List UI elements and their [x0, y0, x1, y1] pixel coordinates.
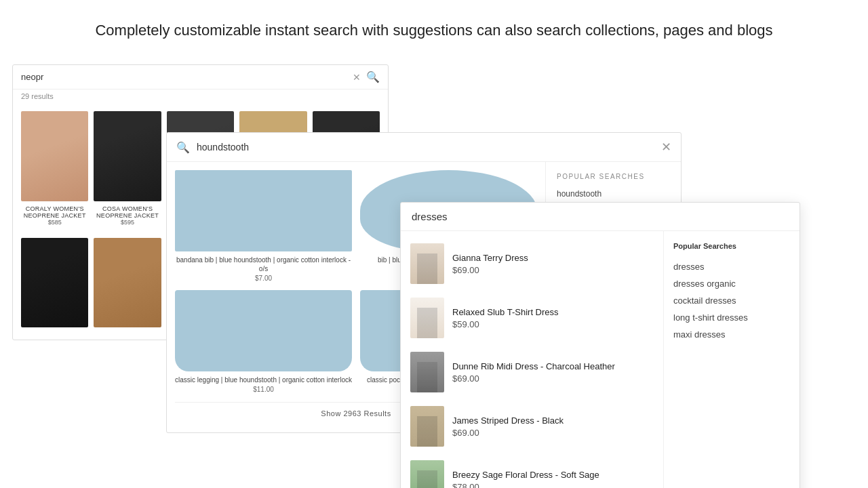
front-product-price-5: $78.00 [452, 482, 654, 489]
mid-search-icon: 🔍 [176, 141, 190, 154]
bg-product-name-2: COSA WOMEN'S NEOPRENE JACKET [94, 205, 161, 219]
bg-search-icon: 🔍 [366, 70, 380, 83]
front-product-row-4[interactable]: James Striped Dress - Black $69.00 [401, 399, 663, 453]
front-product-price-3: $69.00 [452, 373, 654, 384]
page-heading: Completely customizable instant search w… [0, 0, 868, 55]
front-popular-item-2[interactable]: dresses organic [673, 275, 790, 292]
bg-search-input-display: neopr [21, 72, 347, 82]
mid-product-card-3[interactable]: classic legging | blue houndstooth | org… [175, 290, 352, 402]
mid-product-name-3: classic legging | blue houndstooth | org… [175, 375, 352, 384]
front-search-bar [401, 203, 800, 231]
front-search-widget: Gianna Terry Dress $69.00 Relaxed Slub T… [400, 202, 800, 488]
front-product-row-1[interactable]: Gianna Terry Dress $69.00 [401, 237, 663, 291]
bg-product-img-6 [21, 238, 88, 328]
mid-product-img-1 [175, 170, 352, 251]
front-product-thumb-1 [410, 243, 444, 284]
mid-popular-item-1[interactable]: houndstooth [557, 187, 670, 201]
front-popular-item-3[interactable]: cocktail dresses [673, 292, 790, 309]
front-product-list: Gianna Terry Dress $69.00 Relaxed Slub T… [401, 231, 664, 488]
mid-search-bar: 🔍 ✕ [167, 133, 681, 162]
front-product-name-5: Breezy Sage Floral Dress - Soft Sage [452, 470, 654, 480]
front-product-thumb-3 [410, 352, 444, 392]
mid-search-input[interactable] [197, 142, 654, 152]
front-popular-searches: Popular Searches dresses dresses organic… [664, 231, 800, 488]
mid-product-price-3: $11.00 [175, 386, 352, 393]
front-popular-item-4[interactable]: long t-shirt dresses [673, 309, 790, 326]
front-product-info-4: James Striped Dress - Black $69.00 [452, 415, 654, 438]
front-product-price-4: $69.00 [452, 428, 654, 438]
front-product-name-3: Dunne Rib Midi Dress - Charcoal Heather [452, 361, 654, 371]
front-product-thumb-4 [410, 406, 444, 447]
front-popular-item-1[interactable]: dresses [673, 258, 790, 275]
bg-product-price-1: $585 [21, 219, 88, 226]
mid-close-icon[interactable]: ✕ [661, 140, 671, 155]
front-content: Gianna Terry Dress $69.00 Relaxed Slub T… [401, 231, 800, 488]
mid-product-name-1: bandana bib | blue houndstooth | organic… [175, 256, 352, 273]
bg-product-2: COSA WOMEN'S NEOPRENE JACKET $595 [91, 108, 163, 235]
bg-product-1: CORALY WOMEN'S NEOPRENE JACKET $585 [18, 108, 91, 235]
front-product-price-2: $59.00 [452, 319, 654, 329]
front-popular-title: Popular Searches [673, 242, 790, 250]
front-product-thumb-2 [410, 298, 444, 338]
front-product-row-5[interactable]: Breezy Sage Floral Dress - Soft Sage $78… [401, 453, 663, 488]
mid-product-card-1[interactable]: bandana bib | blue houndstooth | organic… [175, 170, 352, 282]
front-product-thumb-5 [410, 460, 444, 488]
front-product-row-3[interactable]: Dunne Rib Midi Dress - Charcoal Heather … [401, 345, 663, 399]
front-product-row-2[interactable]: Relaxed Slub T-Shirt Dress $59.00 [401, 291, 663, 345]
front-product-info-5: Breezy Sage Floral Dress - Soft Sage $78… [452, 470, 654, 489]
bg-clear-icon: ✕ [353, 72, 361, 83]
front-product-info-1: Gianna Terry Dress $69.00 [452, 253, 654, 275]
front-product-info-2: Relaxed Slub T-Shirt Dress $59.00 [452, 307, 654, 329]
bg-product-6 [18, 235, 91, 335]
front-product-info-3: Dunne Rib Midi Dress - Charcoal Heather … [452, 361, 654, 384]
bg-product-img-2 [94, 111, 161, 201]
bg-results-count: 29 results [13, 89, 388, 103]
front-product-price-1: $69.00 [452, 265, 654, 275]
bg-product-img-7 [94, 238, 161, 328]
front-product-name-2: Relaxed Slub T-Shirt Dress [452, 307, 654, 317]
front-product-name-1: Gianna Terry Dress [452, 253, 654, 263]
mid-popular-title: POPULAR SEARCHES [557, 173, 670, 180]
front-popular-item-5[interactable]: maxi dresses [673, 326, 790, 343]
bg-search-bar: neopr ✕ 🔍 [13, 65, 388, 89]
bg-product-img-1 [21, 111, 88, 201]
mid-product-img-3 [175, 290, 352, 371]
front-product-name-4: James Striped Dress - Black [452, 415, 654, 426]
bg-product-price-2: $595 [94, 219, 161, 226]
bg-product-7 [91, 235, 163, 335]
bg-product-name-1: CORALY WOMEN'S NEOPRENE JACKET [21, 205, 88, 219]
mid-product-price-1: $7.00 [175, 274, 352, 282]
front-search-input[interactable] [412, 211, 789, 222]
